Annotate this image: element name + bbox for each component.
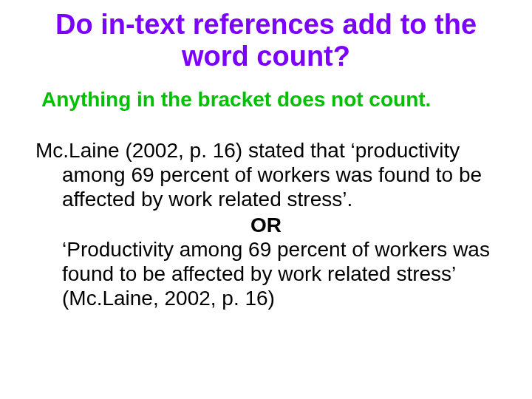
slide: Do in-text references add to the word co…: [0, 0, 532, 399]
slide-title: Do in-text references add to the word co…: [30, 9, 502, 72]
body-text: Mc.Laine (2002, p. 16) stated that ‘prod…: [35, 138, 497, 310]
example-paragraph-2: ‘Productivity among 69 percent of worker…: [35, 237, 497, 310]
or-separator: OR: [35, 213, 497, 237]
slide-subtitle: Anything in the bracket does not count.: [41, 88, 502, 112]
example-paragraph-1: Mc.Laine (2002, p. 16) stated that ‘prod…: [35, 138, 497, 211]
